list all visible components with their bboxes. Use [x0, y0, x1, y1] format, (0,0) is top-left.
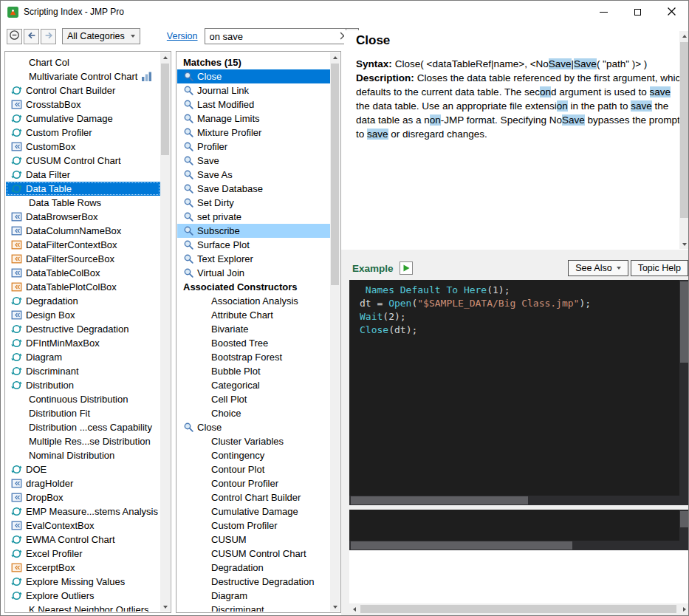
version-link[interactable]: Version — [167, 31, 198, 41]
category-item-custombox[interactable]: CustomBox — [6, 140, 160, 154]
match-item-text-explorer[interactable]: Text Explorer — [177, 252, 330, 266]
constructor-item-attribute-chart[interactable]: Attribute Chart — [177, 308, 330, 322]
scrollbar-thumb[interactable] — [331, 64, 339, 285]
constructor-item-bootstrap-forest[interactable]: Bootstrap Forest — [177, 350, 330, 364]
match-item-subscribe[interactable]: Subscribe — [177, 224, 330, 238]
scrollbar-thumb[interactable] — [680, 281, 688, 363]
category-item-diagram[interactable]: Diagram — [6, 350, 160, 364]
category-item-excerptbox[interactable]: ExcerptBox — [6, 561, 160, 575]
scroll-down-icon[interactable] — [679, 239, 689, 249]
constructor-item-custom-profiler[interactable]: Custom Profiler — [177, 519, 330, 533]
constructor-item-discriminant[interactable]: Discriminant — [177, 603, 330, 612]
constructor-item-bivariate[interactable]: Bivariate — [177, 322, 330, 336]
scrollbar-thumb[interactable] — [351, 496, 528, 504]
secondary-editor[interactable] — [349, 510, 689, 603]
match-item-save[interactable]: Save — [177, 154, 330, 168]
topic-help-button[interactable]: Topic Help — [631, 260, 688, 276]
maximize-button[interactable] — [620, 1, 654, 23]
match-item-set-dirty[interactable]: Set Dirty — [177, 196, 330, 210]
match-item-save-as[interactable]: Save As — [177, 168, 330, 182]
category-item-ewma-control-chart[interactable]: EWMA Control Chart — [6, 533, 160, 547]
scrollbar-thumb[interactable] — [360, 605, 676, 613]
category-item-datatablecolbox[interactable]: DataTableColBox — [6, 266, 160, 280]
scroll-up-icon[interactable] — [160, 52, 170, 62]
category-item-datafiltersourcebox[interactable]: DataFilterSourceBox — [6, 252, 160, 266]
category-item-data-filter[interactable]: Data Filter — [6, 168, 160, 182]
category-item-degradation[interactable]: Degradation — [6, 294, 160, 308]
category-item-dropbox[interactable]: DropBox — [6, 490, 160, 504]
category-item-design-box[interactable]: Design Box — [6, 308, 160, 322]
match-item-mixture-profiler[interactable]: Mixture Profiler — [177, 126, 330, 140]
constructor-item-cusum-control-chart[interactable]: CUSUM Control Chart — [177, 547, 330, 561]
category-item-nominal-distribution[interactable]: Nominal Distribution — [6, 448, 160, 462]
scrollbar-thumb[interactable] — [680, 42, 688, 218]
category-item-crosstabbox[interactable]: CrosstabBox — [6, 97, 160, 112]
search-input[interactable] — [210, 31, 340, 42]
scroll-down-icon[interactable] — [160, 602, 170, 612]
category-item-datatableplotcolbox[interactable]: DataTablePlotColBox — [6, 280, 160, 294]
category-item-control-chart-builder[interactable]: Control Chart Builder — [6, 83, 160, 97]
constructor-item-cluster-variables[interactable]: Cluster Variables — [177, 434, 330, 448]
constructor-item-degradation[interactable]: Degradation — [177, 561, 330, 575]
constructor-item-categorical[interactable]: Categorical — [177, 378, 330, 392]
constructor-item-association-analysis[interactable]: Association Analysis — [177, 294, 330, 308]
category-item-excel-profiler[interactable]: Excel Profiler — [6, 547, 160, 561]
forward-button[interactable] — [41, 29, 56, 44]
collapse-button[interactable] — [7, 29, 22, 44]
category-item-continuous-distribution[interactable]: Continuous Distribution — [6, 392, 160, 406]
constructor-item-contour-plot[interactable]: Contour Plot — [177, 462, 330, 476]
match-item-journal-link[interactable]: Journal Link — [177, 83, 330, 97]
match-item-virtual-join[interactable]: Virtual Join — [177, 266, 330, 280]
match-item-close[interactable]: Close — [177, 69, 330, 83]
constructor-item-cusum[interactable]: CUSUM — [177, 533, 330, 547]
match-item-save-database[interactable]: Save Database — [177, 182, 330, 196]
constructor-item-boosted-tree[interactable]: Boosted Tree — [177, 336, 330, 350]
see-also-button[interactable]: See Also — [568, 260, 628, 276]
constructor-item-cell-plot[interactable]: Cell Plot — [177, 392, 330, 406]
scroll-down-icon[interactable] — [330, 602, 340, 612]
category-item-cusum-control-chart[interactable]: CUSUM Control Chart — [6, 154, 160, 168]
scrollbar-thumb[interactable] — [161, 64, 169, 155]
secondary-horizontal-scrollbar[interactable] — [349, 541, 679, 550]
category-item-multiple-res-se-distribution[interactable]: Multiple Res...se Distribution — [6, 434, 160, 448]
category-item-data-table-rows[interactable]: Data Table Rows — [6, 196, 160, 210]
category-item-evalcontextbox[interactable]: EvalContextBox — [6, 519, 160, 533]
match-item-profiler[interactable]: Profiler — [177, 140, 330, 154]
category-item-data-table[interactable]: Data Table — [6, 182, 160, 196]
match-item-set-private[interactable]: set private — [177, 210, 330, 224]
category-item-dragholder[interactable]: dragHolder — [6, 476, 160, 490]
category-item-k-nearest-neighbor-outliers[interactable]: K Nearest Neighbor Outliers — [6, 603, 160, 612]
scrollbar-thumb[interactable] — [680, 511, 688, 527]
scrollbar-thumb[interactable] — [351, 541, 572, 550]
category-item-destructive-degradation[interactable]: Destructive Degradation — [6, 322, 160, 336]
secondary-vertical-scrollbar[interactable] — [679, 510, 689, 550]
category-item-distribution-cess-capability[interactable]: Distribution ...cess Capability — [6, 420, 160, 434]
category-item-datafiltercontextbox[interactable]: DataFilterContextBox — [6, 238, 160, 252]
minimize-button[interactable] — [586, 1, 620, 23]
editor-vertical-scrollbar[interactable] — [679, 280, 689, 496]
category-item-explore-missing-values[interactable]: Explore Missing Values — [6, 575, 160, 589]
constructor-item-choice[interactable]: Choice — [177, 406, 330, 420]
category-item-distribution-fit[interactable]: Distribution Fit — [6, 406, 160, 420]
scroll-up-icon[interactable] — [330, 52, 340, 62]
constructor-item-cumulative-damage[interactable]: Cumulative Damage — [177, 504, 330, 519]
match-item-surface-plot[interactable]: Surface Plot — [177, 238, 330, 252]
code-area[interactable]: Names Default To Here(1);dt = Open("$SAM… — [360, 284, 679, 495]
constructor-item-diagram[interactable]: Diagram — [177, 589, 330, 603]
detail-scrollbar[interactable] — [679, 31, 689, 249]
constructor-item-contour-profiler[interactable]: Contour Profiler — [177, 476, 330, 490]
constructor-item-control-chart-builder[interactable]: Control Chart Builder — [177, 490, 330, 504]
category-item-discriminant[interactable]: Discriminant — [6, 364, 160, 378]
match-item-manage-limits[interactable]: Manage Limits — [177, 112, 330, 126]
category-item-databrowserbox[interactable]: DataBrowserBox — [6, 210, 160, 224]
category-item-multivariate-control-chart[interactable]: Multivariate Control Chart — [6, 69, 160, 83]
category-dropdown[interactable]: All Categories — [62, 28, 140, 44]
back-button[interactable] — [24, 29, 39, 44]
category-item-explore-outliers[interactable]: Explore Outliers — [6, 589, 160, 603]
category-item-cumulative-damage[interactable]: Cumulative Damage — [6, 112, 160, 126]
category-item-custom-profiler[interactable]: Custom Profiler — [6, 126, 160, 140]
scroll-up-icon[interactable] — [679, 31, 689, 41]
category-item-doe[interactable]: DOE — [6, 462, 160, 476]
categories-scrollbar[interactable] — [160, 52, 170, 612]
category-item-dfintminmaxbox[interactable]: DFIntMinMaxBox — [6, 336, 160, 350]
